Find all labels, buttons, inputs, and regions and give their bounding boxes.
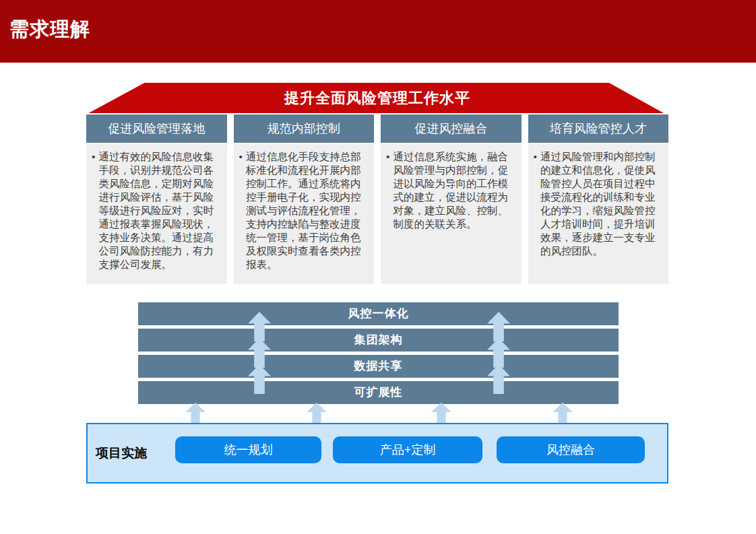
objective-column-3-text: 通过信息系统实施，融合风险管理与内部控制，促进以风险为导向的工作模式的建立，促进… [393, 150, 515, 279]
objective-column-2: 规范内部控制 • 通过信息化手段支持总部标准化和流程化开展内部控制工作。通过系统… [234, 114, 375, 284]
up-arrow-icon [431, 403, 451, 424]
up-arrow-icon [553, 403, 573, 424]
implementation-item-risk-control-fusion: 风控融合 [497, 436, 645, 463]
objective-column-2-header: 规范内部控制 [234, 114, 375, 143]
bullet-marker: • [239, 150, 243, 279]
objective-column-4: 培育风险管控人才 • 通过风险管理和内部控制的建立和信息化，促使风险管控人员在项… [528, 114, 669, 284]
objective-column-3: 促进风控融合 • 通过信息系统实施，融合风险管理与内部控制，促进以风险为导向的工… [381, 114, 522, 284]
objective-column-4-body: • 通过风险管理和内部控制的建立和信息化，促使风险管控人员在项目过程中接受流程化… [528, 144, 669, 284]
bullet-marker: • [92, 150, 95, 279]
objective-column-3-body: • 通过信息系统实施，融合风险管理与内部控制，促进以风险为导向的工作模式的建立，… [381, 144, 522, 284]
slide-title-bar: 需求理解 [0, 0, 756, 63]
bullet-marker: • [386, 150, 389, 279]
objective-column-4-header: 培育风险管控人才 [528, 114, 669, 143]
objective-column-1-body: • 通过有效的风险信息收集手段，识别并规范公司各类风险信息，定期对风险进行风险评… [86, 144, 227, 284]
capability-bar-integration: 风控一体化 [138, 302, 619, 325]
objective-column-2-text: 通过信息化手段支持总部标准化和流程化开展内部控制工作。通过系统将内控手册电子化，… [246, 150, 369, 279]
goal-banner-title: 提升全面风险管理工作水平 [284, 83, 470, 113]
implementation-box: 项目实施 统一规划 产品+定制 风控融合 [86, 423, 668, 483]
implementation-item-unified-planning: 统一规划 [175, 436, 321, 463]
objective-column-1-text: 通过有效的风险信息收集手段，识别并规范公司各类风险信息，定期对风险进行风险评估，… [98, 150, 221, 279]
objective-column-4-text: 通过风险管理和内部控制的建立和信息化，促使风险管控人员在项目过程中接受流程化的训… [540, 150, 663, 279]
objective-column-1: 促进风险管理落地 • 通过有效的风险信息收集手段，识别并规范公司各类风险信息，定… [86, 114, 227, 284]
capability-bars: 风控一体化 集团架构 数据共享 可扩展性 [138, 302, 619, 404]
bullet-marker: • [534, 150, 537, 279]
implementation-label: 项目实施 [96, 424, 147, 482]
capability-bar-extensibility: 可扩展性 [138, 381, 619, 404]
objective-column-3-header: 促进风控融合 [381, 114, 522, 143]
capability-bar-data-sharing: 数据共享 [138, 355, 619, 378]
capability-bar-group-architecture: 集团架构 [138, 329, 619, 352]
up-arrow-icon [307, 403, 327, 424]
implementation-item-product-plus-custom: 产品+定制 [333, 436, 482, 463]
page-title: 需求理解 [0, 0, 756, 43]
slide: 需求理解 提升全面风险管理工作水平 促进风险管理落地 • 通过有效的风险信息收集… [0, 0, 756, 534]
up-arrow-icon [185, 403, 206, 424]
objective-columns: 促进风险管理落地 • 通过有效的风险信息收集手段，识别并规范公司各类风险信息，定… [86, 114, 668, 284]
goal-banner: 提升全面风险管理工作水平 [86, 83, 668, 113]
objective-column-1-header: 促进风险管理落地 [86, 114, 227, 143]
objective-column-2-body: • 通过信息化手段支持总部标准化和流程化开展内部控制工作。通过系统将内控手册电子… [234, 144, 375, 284]
